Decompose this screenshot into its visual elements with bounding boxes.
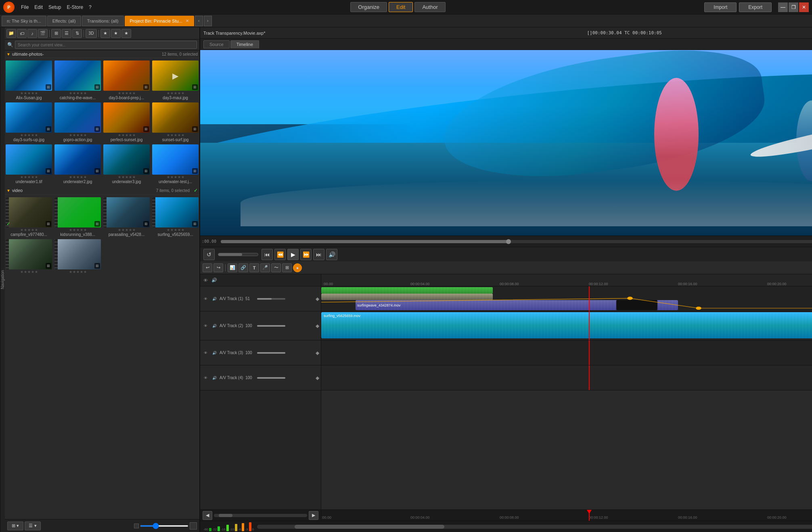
navigation-tab[interactable]: Navigation: [0, 27, 5, 532]
track1-keyframe-icon[interactable]: ◆: [316, 296, 319, 302]
loop-button[interactable]: ↺: [203, 249, 215, 260]
track1-speaker-icon[interactable]: 🔊: [211, 295, 218, 303]
scrubber-head[interactable]: [506, 239, 511, 244]
organize-button[interactable]: Organize: [350, 2, 387, 12]
volume-slider[interactable]: [218, 253, 258, 256]
track4-vol-slider[interactable]: [257, 377, 285, 379]
list-item[interactable]: ⊞ ✓ ★★★★★ campfire_v977480...: [5, 196, 53, 238]
app-logo[interactable]: P: [3, 2, 15, 13]
list-item[interactable]: ⊞ ★★★★★: [54, 238, 102, 275]
track2-speaker-icon[interactable]: 🔊: [211, 322, 218, 330]
list-item[interactable]: ⊞ ★★★★★ day3-board-prep.j...: [103, 60, 151, 101]
scrollbar-thumb[interactable]: [295, 525, 444, 529]
undo-tl-button[interactable]: ↩: [203, 263, 212, 272]
list-size-button[interactable]: ☰ ▾: [25, 522, 41, 530]
clip-green[interactable]: [321, 287, 493, 294]
track3-eye-icon[interactable]: 👁: [202, 349, 209, 357]
list-item[interactable]: ⊞ ★★★★★ sunset-surf.jpg: [151, 102, 199, 143]
go-end-button[interactable]: ⏭: [313, 249, 324, 260]
track4-keyframe-icon[interactable]: ◆: [316, 375, 319, 381]
edit-button[interactable]: Edit: [389, 2, 413, 12]
list-item[interactable]: ⊞ ★★★★★ underwater2.jpg: [54, 144, 102, 185]
search-input[interactable]: [15, 41, 197, 49]
tab-project-bin[interactable]: Project Bin: Pinnacle Stu... ✕: [125, 16, 194, 26]
scrubber[interactable]: [221, 240, 812, 243]
menu-setup[interactable]: Setup: [48, 4, 61, 10]
sort-button[interactable]: ⇅: [72, 29, 82, 38]
list-item[interactable]: ⊞ ★★★★★ surfing_v5625659...: [151, 196, 199, 238]
tab-sky[interactable]: n: The Sky is th...: [2, 16, 46, 26]
prev-frame-button[interactable]: ⏪: [274, 249, 286, 260]
menu-help[interactable]: ?: [89, 4, 92, 10]
close-button[interactable]: ✕: [799, 2, 809, 12]
3d-button[interactable]: 3D: [86, 29, 97, 38]
menu-file[interactable]: File: [21, 4, 29, 10]
track-header-eye-icon[interactable]: 👁: [202, 277, 209, 284]
track3-vol-slider[interactable]: [257, 352, 285, 354]
list-item[interactable]: ⊞ ★★★★★ gopro-action.jpg: [54, 102, 102, 143]
tab-next-arrow[interactable]: ›: [204, 16, 212, 26]
list-item[interactable]: ⊞ ★★★★★ perfect-sunset.jpg: [103, 102, 151, 143]
next-frame-button[interactable]: ⏩: [300, 249, 312, 260]
menu-estore[interactable]: E-Store: [67, 4, 83, 10]
list-item[interactable]: ⊞ ★★★★★ day3-surfs-up.jpg: [5, 102, 53, 143]
list-item[interactable]: ⊞ ★★★★★ underwater3.jpg: [103, 144, 151, 185]
list-item[interactable]: ⊞ ▶ ★★★★★ day3-maui.jpg: [151, 60, 199, 101]
track4-eye-icon[interactable]: 👁: [202, 374, 209, 382]
grid-view-button[interactable]: ⊞: [51, 29, 61, 38]
list-item[interactable]: ⊞ ★★★★★ underwater1.tif: [5, 144, 53, 185]
tab-close-icon[interactable]: ✕: [186, 19, 189, 23]
track3-speaker-icon[interactable]: 🔊: [211, 349, 218, 357]
link-button[interactable]: 🔗: [239, 263, 248, 272]
tab-source[interactable]: Source: [203, 40, 230, 48]
color-grade-button[interactable]: ●: [293, 263, 302, 272]
grid-tl-button[interactable]: ⊞: [282, 263, 292, 272]
menu-edit[interactable]: Edit: [34, 4, 43, 10]
video-filter-button[interactable]: 🎬: [38, 29, 48, 38]
track4-speaker-icon[interactable]: 🔊: [211, 374, 218, 382]
tab-effects[interactable]: Effects: (all): [47, 16, 81, 26]
go-start-button[interactable]: ⏮: [262, 249, 273, 260]
text-overlay-button[interactable]: T: [249, 263, 259, 272]
track3-keyframe-icon[interactable]: ◆: [316, 350, 319, 356]
clip-surfing[interactable]: surfing_v5625659.mov: [321, 312, 812, 338]
track2-keyframe-icon[interactable]: ◆: [316, 323, 319, 329]
tab-prev-arrow[interactable]: ‹: [195, 16, 203, 26]
track2-vol-slider[interactable]: [257, 325, 285, 327]
export-button[interactable]: Export: [739, 2, 772, 12]
photos-section-arrow[interactable]: ▼: [6, 52, 10, 56]
restore-button[interactable]: ❐: [789, 2, 798, 12]
tab-timeline[interactable]: Timeline: [230, 40, 259, 48]
grid-size-button[interactable]: ⊞ ▾: [7, 522, 23, 530]
audio-button[interactable]: ♪: [27, 29, 37, 38]
minimize-button[interactable]: —: [778, 2, 788, 12]
tag-button[interactable]: 🏷: [17, 29, 27, 38]
star-filter-2[interactable]: ★: [111, 29, 121, 38]
track2-eye-icon[interactable]: 👁: [202, 322, 209, 330]
voice-button[interactable]: 🎤: [260, 263, 270, 272]
bottom-scroll-bar[interactable]: [214, 514, 307, 517]
list-view-button[interactable]: ☰: [62, 29, 71, 38]
play-button[interactable]: ▶: [287, 249, 299, 260]
star-filter-button[interactable]: ★: [100, 29, 110, 38]
author-button[interactable]: Author: [414, 2, 445, 12]
chart-button[interactable]: 📊: [228, 263, 237, 272]
track1-eye-icon[interactable]: 👁: [202, 295, 209, 303]
thumb-size-slider[interactable]: [140, 525, 188, 527]
next-timeline-button[interactable]: ▶: [309, 511, 318, 520]
track1-vol-slider[interactable]: [257, 298, 285, 300]
track-header-speaker-icon[interactable]: 🔊: [211, 277, 218, 284]
import-button[interactable]: Import: [704, 2, 737, 12]
list-item[interactable]: ⊞ ★★★★★ catching-the-wave...: [54, 60, 102, 101]
list-item[interactable]: ⊞ ★★★★★ Alix-Susan.jpg: [5, 60, 53, 101]
curve-button[interactable]: 〜: [271, 263, 281, 272]
redo-tl-button[interactable]: ↪: [213, 263, 223, 272]
import-media-button[interactable]: 📁: [6, 29, 16, 38]
clip-black[interactable]: [616, 300, 657, 310]
list-item[interactable]: ⊞ ★★★★★ parasailing_v5428...: [103, 196, 151, 238]
list-item[interactable]: ⊞ ★★★★★ kidsrunning_v388...: [54, 196, 102, 238]
clip-olive[interactable]: [321, 294, 493, 300]
list-item[interactable]: ⊞ ★★★★★: [5, 238, 53, 275]
video-section-arrow[interactable]: ▼: [6, 188, 10, 193]
media-scroll-area[interactable]: ▼ ultimate-photos- 12 items, 0 selected …: [5, 50, 199, 519]
